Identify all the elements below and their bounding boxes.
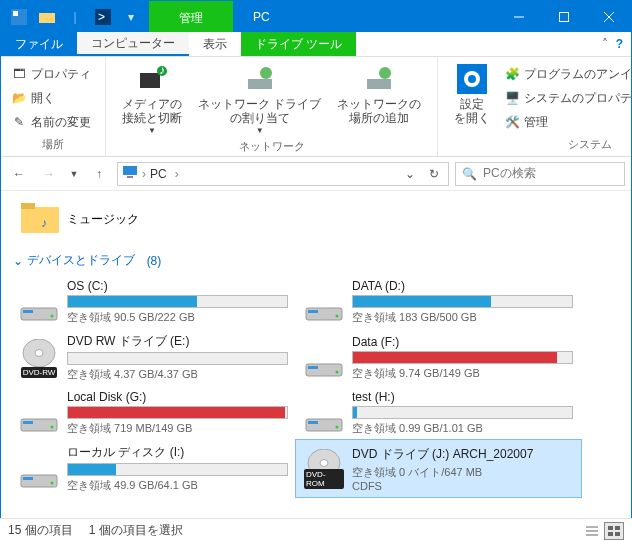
folder-quick-icon[interactable] xyxy=(35,5,59,29)
open-settings-button[interactable]: 設定 を開く xyxy=(446,61,498,135)
drive-item[interactable]: OS (C:) 空き領域 90.5 GB/222 GB xyxy=(11,275,296,329)
minimize-button[interactable] xyxy=(496,1,541,32)
usage-bar xyxy=(67,406,288,419)
group-label-system: システム xyxy=(446,135,632,152)
breadcrumb-pc[interactable]: PC› xyxy=(150,167,179,181)
tab-drive-tools[interactable]: ドライブ ツール xyxy=(241,32,356,56)
folder-music[interactable]: ♪ ミュージック xyxy=(11,197,621,246)
drive-fs: CDFS xyxy=(352,480,573,492)
add-location-button[interactable]: ネットワークの 場所の追加 xyxy=(329,61,429,137)
drive-icon xyxy=(19,393,59,433)
drive-item[interactable]: Local Disk (G:) 空き領域 719 MB/149 GB xyxy=(11,386,296,440)
window-title: PC xyxy=(233,1,496,32)
status-item-count: 15 個の項目 xyxy=(8,522,73,539)
drive-item[interactable]: test (H:) 空き領域 0.99 GB/1.01 GB xyxy=(296,386,581,440)
properties-icon: 🗔 xyxy=(11,66,27,82)
drive-stat: 空き領域 4.37 GB/4.37 GB xyxy=(67,367,288,382)
svg-rect-38 xyxy=(306,419,342,431)
svg-point-26 xyxy=(51,315,54,318)
manage-button[interactable]: 🛠️管理 xyxy=(504,111,632,133)
ribbon-help: ˄ ? xyxy=(594,32,631,56)
forward-button[interactable]: → xyxy=(37,162,61,186)
view-tiles-button[interactable] xyxy=(604,522,624,540)
rename-button[interactable]: ✎名前の変更 xyxy=(11,111,91,133)
ribbon-collapse-icon[interactable]: ˄ xyxy=(602,37,608,51)
up-button[interactable]: ↑ xyxy=(87,162,111,186)
rename-icon: ✎ xyxy=(11,114,27,130)
help-icon[interactable]: ? xyxy=(616,37,623,51)
properties-button[interactable]: 🗔プロパティ xyxy=(11,63,91,85)
svg-rect-27 xyxy=(306,308,342,320)
svg-rect-41 xyxy=(21,475,57,487)
close-button[interactable] xyxy=(586,1,631,32)
search-input[interactable]: 🔍 PCの検索 xyxy=(455,162,625,186)
drive-item[interactable]: DVD-ROM DVD ドライブ (J:) ARCH_202007 空き領域 0… xyxy=(296,440,581,497)
svg-text:♪: ♪ xyxy=(159,65,165,77)
view-details-button[interactable] xyxy=(582,522,602,540)
svg-point-13 xyxy=(260,67,272,79)
tab-computer[interactable]: コンピューター xyxy=(77,32,189,56)
status-selection: 1 個の項目を選択 xyxy=(89,522,183,539)
drive-item[interactable]: DVD-RW DVD RW ドライブ (E:) 空き領域 4.37 GB/4.3… xyxy=(11,329,296,386)
drive-stat: 空き領域 0.99 GB/1.01 GB xyxy=(352,421,573,436)
file-tab[interactable]: ファイル xyxy=(1,32,77,56)
qat-divider: | xyxy=(63,5,87,29)
drive-item[interactable]: ローカル ディスク (I:) 空き領域 49.9 GB/64.1 GB xyxy=(11,440,296,497)
drive-stat: 空き領域 90.5 GB/222 GB xyxy=(67,310,288,325)
svg-rect-14 xyxy=(367,79,391,89)
svg-rect-20 xyxy=(127,176,133,178)
svg-rect-6 xyxy=(559,12,568,21)
pc-icon xyxy=(122,164,138,183)
uninstall-icon: 🧩 xyxy=(504,66,520,82)
svg-rect-21 xyxy=(21,207,59,233)
back-button[interactable]: ← xyxy=(7,162,31,186)
recent-dropdown[interactable]: ▼ xyxy=(67,162,81,186)
devices-section-header[interactable]: ⌄ デバイスとドライブ (8) xyxy=(11,246,621,275)
address-bar-row: ← → ▼ ↑ › PC› ⌄ ↻ 🔍 PCの検索 xyxy=(1,157,631,191)
usage-bar xyxy=(67,295,288,308)
media-connect-button[interactable]: ♪メディアの 接続と切断▼ xyxy=(114,61,190,137)
drive-icon xyxy=(304,393,344,433)
usage-bar xyxy=(352,295,573,308)
drive-icon xyxy=(19,282,59,322)
svg-rect-51 xyxy=(608,532,613,536)
svg-rect-49 xyxy=(608,526,613,530)
drive-item[interactable]: DATA (D:) 空き領域 183 GB/500 GB xyxy=(296,275,581,329)
drive-stat: 空き領域 183 GB/500 GB xyxy=(352,310,573,325)
svg-point-43 xyxy=(51,481,54,484)
folder-label: ミュージック xyxy=(67,211,139,228)
window-controls xyxy=(496,1,631,32)
svg-point-15 xyxy=(379,67,391,79)
maximize-button[interactable] xyxy=(541,1,586,32)
refresh-button[interactable]: ↻ xyxy=(424,164,444,184)
drive-stat: 空き領域 0 バイト/647 MB xyxy=(352,465,573,480)
drive-stat: 空き領域 9.74 GB/149 GB xyxy=(352,366,573,381)
qat-dropdown-icon[interactable]: ▾ xyxy=(119,5,143,29)
context-tab: 管理 xyxy=(149,1,233,32)
drive-item[interactable]: Data (F:) 空き領域 9.74 GB/149 GB xyxy=(296,329,581,386)
drive-name: OS (C:) xyxy=(67,279,288,293)
svg-rect-28 xyxy=(308,310,318,313)
svg-rect-32 xyxy=(306,364,342,376)
qat-tool-icon[interactable]: > xyxy=(91,5,115,29)
svg-rect-35 xyxy=(21,419,57,431)
svg-rect-22 xyxy=(21,203,35,209)
svg-rect-42 xyxy=(23,477,33,480)
system-properties-button[interactable]: 🖥️システムのプロパティ xyxy=(504,87,632,109)
drive-icon xyxy=(19,449,59,489)
chevron-down-icon: ⌄ xyxy=(13,254,23,268)
drive-icon: DVD-RW xyxy=(19,338,59,378)
drive-name: Local Disk (G:) xyxy=(67,390,288,404)
address-bar[interactable]: › PC› ⌄ ↻ xyxy=(117,162,449,186)
titlebar: | > ▾ 管理 PC xyxy=(1,1,631,32)
uninstall-programs-button[interactable]: 🧩プログラムのアンインストールと変更 xyxy=(504,63,632,85)
svg-point-40 xyxy=(336,426,339,429)
svg-rect-9 xyxy=(140,73,160,88)
drive-icon xyxy=(304,282,344,322)
map-drive-button[interactable]: ネットワーク ドライブ の割り当て▼ xyxy=(190,61,329,137)
open-button[interactable]: 📂開く xyxy=(11,87,91,109)
address-dropdown-icon[interactable]: ⌄ xyxy=(400,164,420,184)
tab-view[interactable]: 表示 xyxy=(189,32,241,56)
svg-rect-24 xyxy=(21,308,57,320)
drive-name: ローカル ディスク (I:) xyxy=(67,444,288,461)
